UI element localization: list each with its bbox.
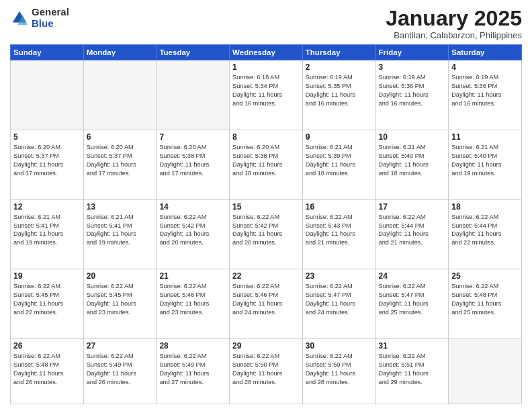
title-block: January 2025 Bantilan, Calabarzon, Phili… — [386, 7, 522, 40]
logo-blue-text: Blue — [32, 18, 69, 30]
day-number: 2 — [306, 62, 373, 72]
col-friday: Friday — [375, 45, 449, 60]
month-title: January 2025 — [386, 7, 522, 30]
day-info: Sunrise: 6:22 AM Sunset: 5:44 PM Dayligh… — [451, 213, 519, 248]
day-number: 7 — [159, 132, 226, 142]
day-number: 3 — [379, 62, 446, 72]
day-number: 10 — [379, 132, 446, 142]
location: Bantilan, Calabarzon, Philippines — [386, 30, 522, 40]
day-info: Sunrise: 6:19 AM Sunset: 5:36 PM Dayligh… — [379, 73, 446, 108]
day-number: 26 — [13, 341, 81, 351]
col-thursday: Thursday — [302, 45, 375, 60]
table-row: 16Sunrise: 6:22 AM Sunset: 5:43 PM Dayli… — [302, 199, 375, 269]
logo-text: General Blue — [32, 7, 69, 29]
day-info: Sunrise: 6:19 AM Sunset: 5:36 PM Dayligh… — [451, 73, 519, 108]
day-info: Sunrise: 6:22 AM Sunset: 5:51 PM Dayligh… — [379, 352, 446, 387]
day-info: Sunrise: 6:21 AM Sunset: 5:41 PM Dayligh… — [13, 213, 81, 248]
day-number: 11 — [451, 132, 519, 142]
day-info: Sunrise: 6:18 AM Sunset: 5:34 PM Dayligh… — [232, 73, 300, 108]
day-info: Sunrise: 6:22 AM Sunset: 5:46 PM Dayligh… — [159, 282, 226, 317]
table-row: 6Sunrise: 6:20 AM Sunset: 5:37 PM Daylig… — [83, 130, 157, 199]
table-row: 22Sunrise: 6:22 AM Sunset: 5:46 PM Dayli… — [230, 269, 303, 339]
table-row: 28Sunrise: 6:22 AM Sunset: 5:49 PM Dayli… — [157, 339, 230, 404]
table-row: 11Sunrise: 6:21 AM Sunset: 5:40 PM Dayli… — [449, 130, 522, 199]
table-row: 13Sunrise: 6:21 AM Sunset: 5:41 PM Dayli… — [83, 199, 157, 269]
day-info: Sunrise: 6:21 AM Sunset: 5:39 PM Dayligh… — [306, 143, 373, 178]
day-info: Sunrise: 6:22 AM Sunset: 5:48 PM Dayligh… — [13, 352, 81, 387]
day-info: Sunrise: 6:22 AM Sunset: 5:50 PM Dayligh… — [232, 352, 300, 387]
day-number: 28 — [159, 341, 226, 351]
day-number: 29 — [232, 341, 300, 351]
day-number: 5 — [13, 132, 81, 142]
day-info: Sunrise: 6:20 AM Sunset: 5:37 PM Dayligh… — [87, 143, 154, 178]
table-row — [83, 60, 157, 130]
table-row: 2Sunrise: 6:19 AM Sunset: 5:35 PM Daylig… — [302, 60, 375, 130]
table-row: 27Sunrise: 6:22 AM Sunset: 5:49 PM Dayli… — [83, 339, 157, 404]
day-number: 20 — [87, 271, 154, 281]
day-number: 14 — [159, 202, 226, 212]
table-row: 9Sunrise: 6:21 AM Sunset: 5:39 PM Daylig… — [302, 130, 375, 199]
col-monday: Monday — [83, 45, 157, 60]
table-row: 5Sunrise: 6:20 AM Sunset: 5:37 PM Daylig… — [11, 130, 84, 199]
day-number: 18 — [451, 202, 519, 212]
col-tuesday: Tuesday — [157, 45, 230, 60]
day-info: Sunrise: 6:22 AM Sunset: 5:45 PM Dayligh… — [87, 282, 154, 317]
calendar-table: Sunday Monday Tuesday Wednesday Thursday… — [10, 44, 522, 404]
table-row: 25Sunrise: 6:22 AM Sunset: 5:48 PM Dayli… — [449, 269, 522, 339]
table-row: 4Sunrise: 6:19 AM Sunset: 5:36 PM Daylig… — [449, 60, 522, 130]
day-info: Sunrise: 6:22 AM Sunset: 5:43 PM Dayligh… — [306, 213, 373, 248]
day-number: 21 — [159, 271, 226, 281]
calendar-header-row: Sunday Monday Tuesday Wednesday Thursday… — [11, 45, 522, 60]
day-info: Sunrise: 6:22 AM Sunset: 5:45 PM Dayligh… — [13, 282, 81, 317]
day-info: Sunrise: 6:22 AM Sunset: 5:47 PM Dayligh… — [306, 282, 373, 317]
table-row: 24Sunrise: 6:22 AM Sunset: 5:47 PM Dayli… — [375, 269, 449, 339]
day-info: Sunrise: 6:20 AM Sunset: 5:38 PM Dayligh… — [159, 143, 226, 178]
calendar-week-row: 5Sunrise: 6:20 AM Sunset: 5:37 PM Daylig… — [11, 130, 522, 199]
day-number: 30 — [306, 341, 373, 351]
page: General Blue January 2025 Bantilan, Cala… — [0, 0, 532, 411]
header: General Blue January 2025 Bantilan, Cala… — [10, 7, 522, 40]
calendar-week-row: 19Sunrise: 6:22 AM Sunset: 5:45 PM Dayli… — [11, 269, 522, 339]
calendar-week-row: 26Sunrise: 6:22 AM Sunset: 5:48 PM Dayli… — [11, 339, 522, 404]
table-row — [11, 60, 84, 130]
day-info: Sunrise: 6:19 AM Sunset: 5:35 PM Dayligh… — [306, 73, 373, 108]
day-number: 9 — [306, 132, 373, 142]
day-number: 12 — [13, 202, 81, 212]
day-info: Sunrise: 6:20 AM Sunset: 5:38 PM Dayligh… — [232, 143, 300, 178]
table-row: 23Sunrise: 6:22 AM Sunset: 5:47 PM Dayli… — [302, 269, 375, 339]
col-wednesday: Wednesday — [230, 45, 303, 60]
logo-icon — [10, 9, 29, 28]
calendar-week-row: 12Sunrise: 6:21 AM Sunset: 5:41 PM Dayli… — [11, 199, 522, 269]
table-row: 18Sunrise: 6:22 AM Sunset: 5:44 PM Dayli… — [449, 199, 522, 269]
day-number: 27 — [87, 341, 154, 351]
table-row: 3Sunrise: 6:19 AM Sunset: 5:36 PM Daylig… — [375, 60, 449, 130]
day-number: 24 — [379, 271, 446, 281]
table-row: 30Sunrise: 6:22 AM Sunset: 5:50 PM Dayli… — [302, 339, 375, 404]
table-row: 15Sunrise: 6:22 AM Sunset: 5:42 PM Dayli… — [230, 199, 303, 269]
day-number: 17 — [379, 202, 446, 212]
day-number: 19 — [13, 271, 81, 281]
table-row: 8Sunrise: 6:20 AM Sunset: 5:38 PM Daylig… — [230, 130, 303, 199]
day-info: Sunrise: 6:22 AM Sunset: 5:48 PM Dayligh… — [451, 282, 519, 317]
day-info: Sunrise: 6:22 AM Sunset: 5:46 PM Dayligh… — [232, 282, 300, 317]
table-row: 31Sunrise: 6:22 AM Sunset: 5:51 PM Dayli… — [375, 339, 449, 404]
day-number: 13 — [87, 202, 154, 212]
day-number: 15 — [232, 202, 300, 212]
table-row: 26Sunrise: 6:22 AM Sunset: 5:48 PM Dayli… — [11, 339, 84, 404]
day-info: Sunrise: 6:22 AM Sunset: 5:49 PM Dayligh… — [87, 352, 154, 387]
calendar-week-row: 1Sunrise: 6:18 AM Sunset: 5:34 PM Daylig… — [11, 60, 522, 130]
day-number: 6 — [87, 132, 154, 142]
day-info: Sunrise: 6:20 AM Sunset: 5:37 PM Dayligh… — [13, 143, 81, 178]
table-row: 19Sunrise: 6:22 AM Sunset: 5:45 PM Dayli… — [11, 269, 84, 339]
table-row — [449, 339, 522, 404]
col-sunday: Sunday — [11, 45, 84, 60]
table-row: 17Sunrise: 6:22 AM Sunset: 5:44 PM Dayli… — [375, 199, 449, 269]
day-number: 1 — [232, 62, 300, 72]
day-number: 16 — [306, 202, 373, 212]
day-number: 31 — [379, 341, 446, 351]
day-number: 4 — [451, 62, 519, 72]
day-info: Sunrise: 6:22 AM Sunset: 5:49 PM Dayligh… — [159, 352, 226, 387]
table-row: 29Sunrise: 6:22 AM Sunset: 5:50 PM Dayli… — [230, 339, 303, 404]
day-info: Sunrise: 6:21 AM Sunset: 5:40 PM Dayligh… — [379, 143, 446, 178]
col-saturday: Saturday — [449, 45, 522, 60]
